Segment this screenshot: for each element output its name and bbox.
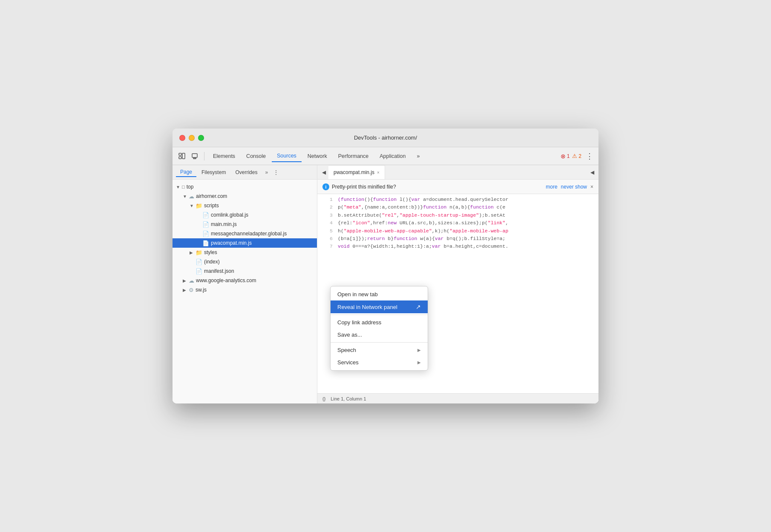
context-menu-speech-label: Speech bbox=[337, 347, 356, 353]
checkbox-icon: □ bbox=[182, 184, 185, 189]
context-menu-reveal-network[interactable]: Reveal in Network panel ↗ bbox=[331, 300, 428, 313]
context-menu-speech[interactable]: Speech ▶ bbox=[331, 344, 428, 356]
context-menu-services[interactable]: Services ▶ bbox=[331, 356, 428, 369]
warning-count: 2 bbox=[578, 153, 581, 159]
context-menu-speech-arrow: ▶ bbox=[417, 348, 421, 352]
toolbar: Elements Console Sources Network Perform… bbox=[173, 147, 598, 165]
context-menu-services-label: Services bbox=[337, 359, 359, 366]
context-menu-copy-link[interactable]: Copy link address bbox=[331, 316, 428, 329]
pretty-print-button[interactable]: {} bbox=[322, 396, 325, 401]
context-menu-open-tab[interactable]: Open in new tab bbox=[331, 288, 428, 300]
pretty-print-icon: {} bbox=[322, 396, 325, 401]
tab-performance[interactable]: Performance bbox=[333, 150, 374, 162]
svg-rect-4 bbox=[193, 158, 196, 159]
pretty-banner-links: more never show × bbox=[546, 184, 593, 190]
context-menu-open-tab-label: Open in new tab bbox=[337, 291, 378, 297]
pretty-banner-text: Pretty-print this minified file? bbox=[332, 184, 396, 190]
code-line-2: 2 p("meta",{name:a,content:b})}function … bbox=[317, 203, 598, 211]
tree-item-top[interactable]: ▼ □ top bbox=[173, 182, 317, 192]
tree-label-airhorner: airhorner.com bbox=[196, 193, 227, 199]
tree-item-sw[interactable]: ▶ ⚙ sw.js bbox=[173, 285, 317, 295]
tree-label-messagechannel: messagechanneladapter.global.js bbox=[211, 231, 287, 237]
file-tree: ▼ □ top ▼ ☁ airhorner.com ▼ 📁 scripts ▶ … bbox=[173, 180, 317, 403]
error-count: 1 bbox=[567, 153, 570, 159]
code-line-5: 5 h("apple-mobile-web-app-capable",k);h(… bbox=[317, 227, 598, 235]
file-tab-close-button[interactable]: × bbox=[377, 170, 380, 175]
file-icon-pwacompat: 📄 bbox=[202, 240, 209, 246]
tree-item-messagechannel[interactable]: ▶ 📄 messagechanneladapter.global.js bbox=[173, 229, 317, 238]
tree-item-styles[interactable]: ▶ 📁 styles bbox=[173, 248, 317, 257]
context-menu-save-as[interactable]: Save as... bbox=[331, 329, 428, 341]
sidebar-tabs: Page Filesystem Overrides » ⋮ bbox=[173, 165, 317, 180]
cursor-icon: ↗ bbox=[416, 303, 421, 310]
tree-label-top: top bbox=[187, 184, 194, 190]
close-button[interactable] bbox=[179, 135, 185, 141]
pretty-never-show-link[interactable]: never show bbox=[561, 184, 587, 190]
sidebar-tab-overrides[interactable]: Overrides bbox=[231, 168, 262, 177]
tab-application[interactable]: Application bbox=[374, 150, 411, 162]
svg-rect-0 bbox=[179, 153, 181, 155]
tree-arrow-styles: ▶ bbox=[190, 250, 196, 255]
tree-arrow-scripts: ▼ bbox=[190, 203, 196, 208]
window-title: DevTools - airhorner.com/ bbox=[354, 134, 417, 141]
file-tab-bar: ◀ pwacompat.min.js × ◀ bbox=[317, 165, 598, 180]
tree-item-airhorner[interactable]: ▼ ☁ airhorner.com bbox=[173, 192, 317, 201]
tree-arrow-airhorner: ▼ bbox=[183, 194, 189, 199]
tab-elements[interactable]: Elements bbox=[208, 150, 240, 162]
tree-label-manifest: manifest.json bbox=[204, 268, 234, 274]
sidebar-tab-page[interactable]: Page bbox=[176, 168, 196, 177]
tree-label-comlink: comlink.global.js bbox=[211, 212, 248, 218]
tree-label-pwacompat: pwacompat.min.js bbox=[211, 240, 252, 246]
maximize-button[interactable] bbox=[198, 135, 204, 141]
sidebar: Page Filesystem Overrides » ⋮ ▼ □ top ▼ … bbox=[173, 165, 317, 403]
tree-item-index[interactable]: ▶ 📄 (index) bbox=[173, 257, 317, 266]
pretty-print-banner: i Pretty-print this minified file? more … bbox=[317, 180, 598, 194]
file-icon-main: 📄 bbox=[202, 221, 209, 228]
tree-item-manifest[interactable]: ▶ 📄 manifest.json bbox=[173, 266, 317, 276]
pretty-more-link[interactable]: more bbox=[546, 184, 557, 190]
inspect-icon[interactable] bbox=[176, 150, 188, 162]
cursor-position: Line 1, Column 1 bbox=[331, 396, 366, 401]
tree-item-google-analytics[interactable]: ▶ ☁ www.google-analytics.com bbox=[173, 276, 317, 285]
context-menu-reveal-network-label: Reveal in Network panel bbox=[337, 304, 397, 310]
info-icon: i bbox=[322, 183, 329, 190]
toolbar-right: ⊗ 1 ⚠ 2 ⋮ bbox=[561, 152, 595, 161]
warning-icon: ⚠ bbox=[572, 153, 577, 159]
context-menu-save-as-label: Save as... bbox=[337, 332, 362, 338]
tree-label-styles: styles bbox=[204, 249, 217, 255]
tab-sources[interactable]: Sources bbox=[272, 150, 302, 162]
tree-item-scripts[interactable]: ▼ 📁 scripts bbox=[173, 201, 317, 210]
tab-more[interactable]: » bbox=[411, 150, 425, 162]
nav-forward-button[interactable]: ◀ bbox=[587, 168, 597, 177]
file-tab-pwacompat[interactable]: pwacompat.min.js × bbox=[328, 165, 385, 179]
tree-item-pwacompat[interactable]: ▶ 📄 pwacompat.min.js bbox=[173, 238, 317, 248]
svg-rect-2 bbox=[182, 153, 185, 159]
nav-back-button[interactable]: ◀ bbox=[319, 168, 328, 177]
file-tab-name: pwacompat.min.js bbox=[334, 169, 374, 175]
toolbar-menu-button[interactable]: ⋮ bbox=[584, 152, 595, 161]
code-line-6: 6 (b=a[1]});return b}function w(a){var b… bbox=[317, 235, 598, 243]
sidebar-tab-filesystem[interactable]: Filesystem bbox=[197, 168, 230, 177]
tree-arrow-top: ▼ bbox=[176, 185, 182, 189]
context-menu-copy-link-label: Copy link address bbox=[337, 319, 381, 326]
gear-icon-sw: ⚙ bbox=[189, 287, 194, 293]
device-icon[interactable] bbox=[189, 150, 201, 162]
sidebar-tab-more[interactable]: » bbox=[262, 169, 270, 175]
file-icon-manifest: 📄 bbox=[196, 268, 202, 275]
cloud-icon-airhorner: ☁ bbox=[189, 193, 194, 200]
file-icon-messagechannel: 📄 bbox=[202, 231, 209, 237]
file-icon-index: 📄 bbox=[196, 259, 202, 265]
pretty-close-button[interactable]: × bbox=[590, 184, 593, 190]
tab-console[interactable]: Console bbox=[241, 150, 271, 162]
tree-item-comlink[interactable]: ▶ 📄 comlink.global.js bbox=[173, 210, 317, 220]
folder-icon-styles: 📁 bbox=[196, 249, 202, 256]
tab-network[interactable]: Network bbox=[302, 150, 332, 162]
context-menu: Open in new tab Reveal in Network panel … bbox=[330, 286, 428, 371]
minimize-button[interactable] bbox=[189, 135, 195, 141]
status-bar: {} Line 1, Column 1 bbox=[317, 393, 598, 403]
error-icon: ⊗ bbox=[561, 153, 566, 160]
sidebar-menu-button[interactable]: ⋮ bbox=[273, 169, 279, 176]
tree-item-main[interactable]: ▶ 📄 main.min.js bbox=[173, 220, 317, 229]
toolbar-divider bbox=[204, 152, 204, 160]
code-line-7: 7 void 0===a?{width:1,height:1}:a;var b=… bbox=[317, 243, 598, 250]
